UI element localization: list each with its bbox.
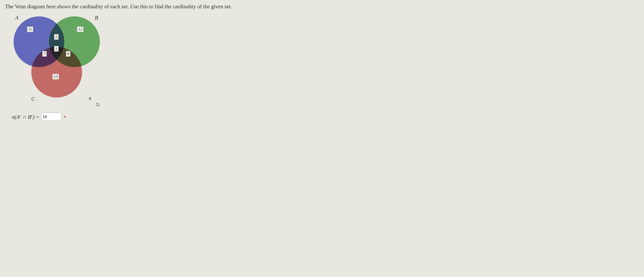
question-expression: n(Ac ∩ Bc) = xyxy=(12,114,40,120)
answer-row: n(Ac ∩ Bc) = × xyxy=(12,113,639,121)
region-ab-value: 5 xyxy=(54,34,58,40)
region-outside-value: 8 xyxy=(89,96,91,101)
venn-diagram: A B C 11 12 5 1 7 8 13 8 xyxy=(12,13,113,108)
region-b-only-value: 12 xyxy=(77,26,84,32)
region-c-only-value: 13 xyxy=(52,74,59,79)
region-bc-value: 8 xyxy=(66,51,70,57)
question-prompt: The Venn diagram here shows the cardinal… xyxy=(5,3,639,10)
answer-input[interactable] xyxy=(41,113,61,121)
feedback-incorrect-icon: × xyxy=(64,114,66,119)
region-a-only-value: 11 xyxy=(27,26,33,32)
set-c-circle xyxy=(31,47,82,97)
region-ac-value: 7 xyxy=(42,51,47,57)
svg-point-0 xyxy=(96,103,99,106)
magnify-icon[interactable] xyxy=(96,103,100,108)
set-a-label: A xyxy=(15,15,18,21)
set-c-label: C xyxy=(31,96,35,102)
set-b-label: B xyxy=(95,15,98,21)
region-abc-value: 1 xyxy=(54,46,58,51)
svg-line-1 xyxy=(99,106,100,107)
